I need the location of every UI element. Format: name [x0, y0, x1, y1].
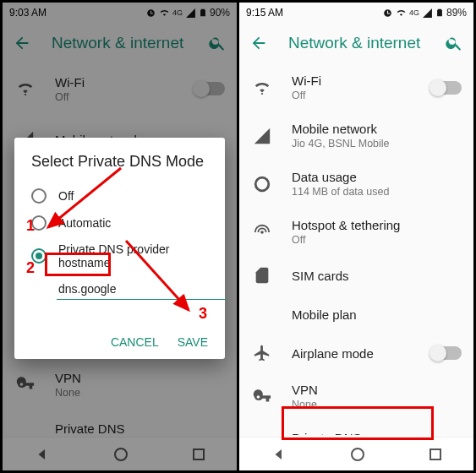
hotspot-icon [253, 223, 271, 242]
wifi-toggle[interactable] [431, 81, 462, 95]
item-sub: Off [292, 90, 413, 101]
cancel-button[interactable]: CANCEL [111, 335, 159, 349]
settings-list: Wi-Fi Off Mobile network Jio 4G, BSNL Mo… [239, 63, 473, 435]
radio-label: Off [58, 189, 74, 203]
hostname-input[interactable]: dns.google [57, 280, 226, 300]
wifi-icon [396, 8, 407, 19]
status-time: 9:15 AM [246, 7, 283, 19]
appbar: Network & internet [239, 23, 473, 63]
private-dns-dialog: Select Private DNS Mode Off Automatic Pr… [14, 138, 225, 359]
phone-right: 9:15 AM 4G 89% Network & internet Wi-Fi … [239, 3, 473, 470]
signal-icon [422, 8, 433, 19]
item-airplane[interactable]: Airplane mode [239, 334, 473, 372]
airplane-toggle[interactable] [431, 346, 462, 360]
item-label: Private DNS [292, 431, 462, 435]
item-wifi[interactable]: Wi-Fi Off [239, 63, 473, 111]
wifi-icon [253, 79, 271, 97]
sim-icon [253, 266, 271, 285]
back-icon[interactable] [249, 34, 268, 52]
item-sub: 114 MB of data used [292, 186, 462, 198]
item-private-dns[interactable]: Private DNS dns.google [239, 421, 473, 435]
phone-left: 9:03 AM 4G 90% Network & internet Wi-Fi … [3, 3, 237, 470]
alarm-icon [382, 8, 393, 19]
search-icon[interactable] [445, 34, 463, 52]
battery-icon [435, 7, 444, 19]
vpn-key-icon [253, 388, 271, 406]
radio-icon [31, 248, 47, 264]
item-label: Wi-Fi [292, 73, 413, 88]
status-net: 4G [409, 8, 419, 17]
item-label: Mobile network [292, 122, 462, 136]
nav-back-icon[interactable] [271, 447, 287, 462]
item-label: SIM cards [292, 269, 462, 283]
item-sub: Off [292, 234, 462, 246]
radio-hostname[interactable]: Private DNS provider hostname [31, 236, 208, 275]
page-title: Network & internet [288, 34, 424, 52]
data-usage-icon [253, 175, 271, 193]
item-sub: None [292, 399, 462, 410]
item-data[interactable]: Data usage 114 MB of data used [239, 160, 473, 208]
radio-off[interactable]: Off [31, 182, 208, 209]
item-sub: Jio 4G, BSNL Mobile [292, 138, 462, 150]
nav-home-icon[interactable] [351, 448, 364, 461]
radio-icon [31, 215, 47, 231]
status-right: 4G 89% [382, 7, 467, 19]
airplane-icon [253, 344, 271, 362]
signal-icon [253, 127, 271, 145]
save-button[interactable]: SAVE [178, 335, 208, 349]
nav-recent-icon[interactable] [429, 449, 441, 460]
status-battery: 89% [446, 7, 467, 19]
item-label: Data usage [292, 170, 462, 184]
radio-automatic[interactable]: Automatic [31, 209, 208, 236]
item-label: Mobile plan [292, 307, 462, 322]
item-label: VPN [292, 383, 462, 397]
dialog-title: Select Private DNS Mode [31, 153, 208, 171]
item-plan[interactable]: Mobile plan [239, 295, 473, 334]
radio-icon [31, 188, 47, 204]
item-sim[interactable]: SIM cards [239, 256, 473, 295]
item-label: Hotspot & tethering [292, 218, 462, 232]
radio-label: Private DNS provider hostname [58, 242, 208, 269]
nav-bar [239, 437, 473, 470]
item-hotspot[interactable]: Hotspot & tethering Off [239, 208, 473, 256]
radio-label: Automatic [58, 216, 111, 230]
item-vpn[interactable]: VPN None [239, 372, 473, 421]
status-bar: 9:15 AM 4G 89% [239, 3, 473, 23]
item-mobile[interactable]: Mobile network Jio 4G, BSNL Mobile [239, 111, 473, 160]
item-label: Airplane mode [292, 346, 413, 361]
